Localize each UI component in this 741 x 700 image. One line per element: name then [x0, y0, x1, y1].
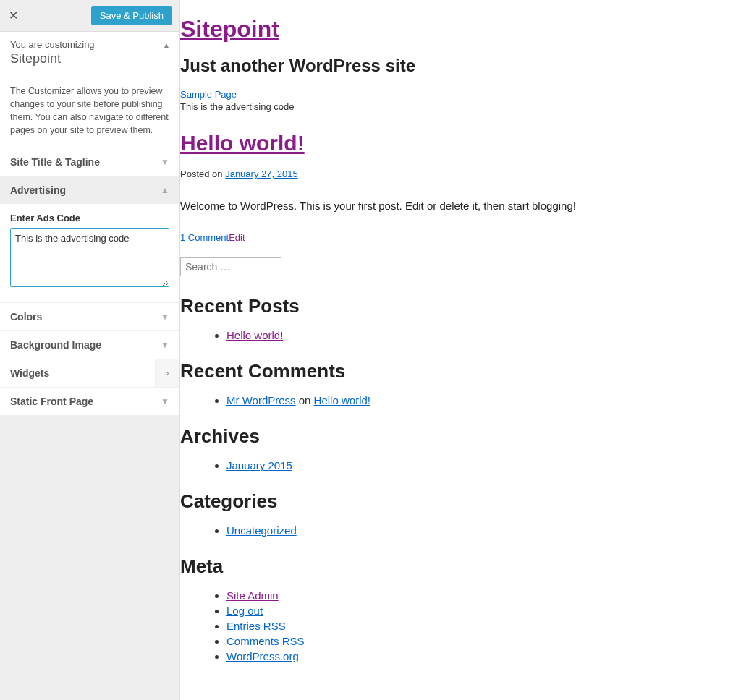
search-input[interactable] — [180, 257, 281, 276]
list-item: Log out — [226, 605, 741, 617]
comment-post-link[interactable]: Hello world! — [314, 394, 370, 406]
chevron-down-icon: ▼ — [161, 157, 169, 167]
recent-posts-list: Hello world! — [226, 329, 741, 341]
chevron-up-icon: ▲ — [161, 185, 169, 195]
ads-field-label: Enter Ads Code — [10, 213, 169, 223]
comments-link[interactable]: 1 Comment — [180, 232, 229, 243]
section-colors[interactable]: Colors ▼ — [0, 303, 179, 330]
post-body: Welcome to WordPress. This is your first… — [180, 200, 741, 212]
section-advertising[interactable]: Advertising ▲ — [0, 176, 179, 204]
ads-output: This is the advertising code — [180, 101, 741, 112]
site-preview: Sitepoint Just another WordPress site Sa… — [180, 0, 741, 700]
archives-heading: Archives — [180, 425, 741, 448]
section-background-image[interactable]: Background Image ▼ — [0, 331, 179, 359]
post-footer: 1 CommentEdit — [180, 232, 741, 243]
advertising-body: Enter Ads Code — [0, 204, 179, 302]
ads-code-textarea[interactable] — [10, 228, 169, 287]
meta-list: Site Admin Log out Entries RSS Comments … — [226, 589, 741, 662]
site-title: Sitepoint — [180, 16, 741, 43]
meta-link-site-admin[interactable]: Site Admin — [226, 589, 279, 602]
archives-list: January 2015 — [226, 459, 741, 471]
list-item: Comments RSS — [226, 635, 741, 647]
list-item: Mr WordPress on Hello world! — [226, 394, 741, 406]
on-text: on — [296, 394, 314, 406]
category-link[interactable]: Uncategorized — [226, 524, 297, 537]
posted-on-label: Posted on — [180, 168, 225, 179]
post-date-link[interactable]: January 27, 2015 — [225, 168, 297, 179]
chevron-down-icon: ▼ — [161, 340, 169, 350]
meta-link-entries-rss[interactable]: Entries RSS — [226, 620, 286, 632]
list-item: Uncategorized — [226, 524, 741, 537]
meta-link-logout[interactable]: Log out — [226, 605, 263, 617]
site-name-label: Sitepoint — [10, 51, 169, 67]
section-label: Site Title & Tagline — [10, 156, 100, 168]
meta-link-wordpress-org[interactable]: WordPress.org — [226, 650, 299, 662]
sidebar-topbar: ✕ Save & Publish — [0, 0, 179, 32]
post-title-link[interactable]: Hello world! — [180, 131, 305, 155]
post-title: Hello world! — [180, 131, 741, 155]
recent-comments-heading: Recent Comments — [180, 360, 741, 383]
accordion: Site Title & Tagline ▼ Advertising ▲ Ent… — [0, 148, 179, 416]
chevron-down-icon: ▼ — [161, 312, 169, 322]
save-publish-button[interactable]: Save & Publish — [91, 6, 172, 25]
section-site-title[interactable]: Site Title & Tagline ▼ — [0, 148, 179, 176]
recent-post-link[interactable]: Hello world! — [226, 329, 283, 341]
section-label: Advertising — [10, 184, 66, 196]
list-item: Entries RSS — [226, 620, 741, 632]
edit-link[interactable]: Edit — [229, 232, 245, 243]
categories-heading: Categories — [180, 490, 741, 513]
chevron-right-icon: › — [155, 359, 179, 387]
list-item: January 2015 — [226, 459, 741, 471]
close-icon: ✕ — [9, 9, 18, 22]
site-tagline: Just another WordPress site — [180, 56, 741, 76]
chevron-down-icon: ▼ — [161, 396, 169, 406]
recent-comments-list: Mr WordPress on Hello world! — [226, 394, 741, 406]
collapse-info-icon[interactable]: ▲ — [162, 40, 171, 51]
list-item: WordPress.org — [226, 650, 741, 662]
section-static-front-page[interactable]: Static Front Page ▼ — [0, 388, 179, 415]
section-widgets[interactable]: Widgets › — [0, 359, 179, 388]
section-label: Colors — [10, 311, 42, 323]
archive-link[interactable]: January 2015 — [226, 459, 292, 471]
section-label: Widgets — [0, 359, 155, 387]
site-title-link[interactable]: Sitepoint — [180, 16, 279, 42]
list-item: Hello world! — [226, 329, 741, 341]
list-item: Site Admin — [226, 589, 741, 602]
customizer-info: You are customizing Sitepoint ▲ — [0, 32, 179, 77]
section-label: Static Front Page — [10, 396, 93, 407]
customizer-sidebar: ✕ Save & Publish You are customizing Sit… — [0, 0, 180, 700]
meta-link-comments-rss[interactable]: Comments RSS — [226, 635, 305, 647]
categories-list: Uncategorized — [226, 524, 741, 537]
customizing-label: You are customizing — [10, 39, 169, 50]
close-button[interactable]: ✕ — [0, 0, 27, 32]
help-text: The Customizer allows you to preview cha… — [0, 77, 179, 148]
post-meta: Posted on January 27, 2015 — [180, 168, 741, 179]
recent-posts-heading: Recent Posts — [180, 295, 741, 317]
comment-author-link[interactable]: Mr WordPress — [226, 394, 296, 406]
nav-sample-page[interactable]: Sample Page — [180, 89, 237, 100]
meta-heading: Meta — [180, 555, 741, 578]
section-label: Background Image — [10, 339, 101, 351]
